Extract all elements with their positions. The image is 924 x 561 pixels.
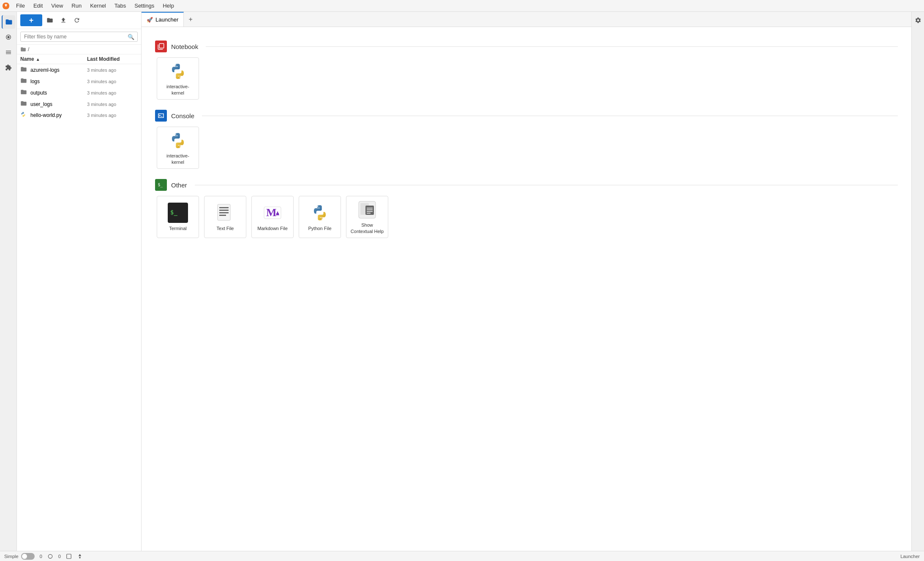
left-sidebar-icons — [0, 12, 17, 551]
text-file-label: Text File — [217, 225, 234, 231]
console-section-header: Console — [155, 110, 898, 122]
list-item[interactable]: logs 3 minutes ago — [17, 76, 141, 87]
file-list: azureml-logs 3 minutes ago logs 3 minute… — [17, 64, 141, 551]
upload-button[interactable] — [57, 14, 69, 26]
notebook-section-header: Notebook — [155, 41, 898, 52]
terminal-status-icon — [66, 553, 72, 559]
launcher-tab-icon: 🚀 — [147, 17, 153, 23]
kernel-status-icon — [47, 553, 53, 559]
console-interactive-kernel-card[interactable]: interactive-kernel — [157, 127, 199, 169]
files-panel-button[interactable] — [2, 15, 15, 29]
console-section-title: Console — [171, 112, 194, 119]
kernel-count: 0 — [40, 554, 42, 559]
python-notebook-icon — [168, 61, 188, 81]
file-item-name: logs — [30, 79, 87, 84]
file-item-name: user_logs — [30, 101, 87, 107]
notebook-divider — [206, 46, 898, 47]
breadcrumb: / — [17, 45, 141, 54]
svg-point-17 — [322, 219, 322, 220]
list-item[interactable]: hello-world.py 3 minutes ago — [17, 110, 141, 120]
commands-button[interactable] — [2, 46, 15, 59]
menubar: File Edit View Run Kernel Tabs Settings … — [0, 0, 924, 12]
toggle-knob — [22, 554, 27, 559]
console-cards-row: interactive-kernel — [155, 127, 898, 169]
svg-point-4 — [175, 134, 176, 135]
main-layout: + 🔍 / Name ▲ — [0, 12, 924, 551]
file-item-modified: 3 minutes ago — [87, 68, 138, 73]
console-section-icon — [155, 110, 167, 122]
list-item[interactable]: outputs 3 minutes ago — [17, 87, 141, 98]
svg-text:$_: $_ — [158, 182, 163, 187]
other-section-icon: $_ — [155, 179, 167, 191]
file-item-name: outputs — [30, 90, 87, 96]
notebook-section-title: Notebook — [171, 43, 198, 50]
markdown-file-card[interactable]: M Markdown File — [251, 196, 294, 238]
folder-icon — [20, 77, 28, 85]
contextual-help-card[interactable]: Show Contextual Help — [346, 196, 388, 238]
other-divider — [195, 185, 898, 185]
file-item-name: hello-world.py — [30, 112, 87, 118]
menu-view[interactable]: View — [47, 1, 67, 10]
menu-edit[interactable]: Edit — [29, 1, 47, 10]
notebook-kernel-label: interactive-kernel — [166, 84, 189, 96]
terminal-label: Terminal — [169, 225, 187, 231]
toggle-switch-control[interactable] — [21, 553, 35, 560]
extensions-button[interactable] — [2, 61, 15, 74]
console-kernel-label: interactive-kernel — [166, 153, 189, 165]
python-console-icon — [168, 130, 188, 150]
new-launcher-button[interactable]: + — [20, 14, 42, 26]
text-file-card[interactable]: Text File — [204, 196, 246, 238]
menu-kernel[interactable]: Kernel — [86, 1, 110, 10]
refresh-button[interactable] — [71, 14, 83, 26]
status-bar: Simple 0 0 Launcher — [0, 551, 924, 561]
menu-settings[interactable]: Settings — [130, 1, 158, 10]
notebook-cards-row: interactive-kernel — [155, 57, 898, 100]
simple-mode-toggle[interactable]: Simple — [4, 553, 35, 560]
text-file-icon — [215, 203, 235, 223]
file-item-modified: 3 minutes ago — [87, 113, 138, 118]
property-inspector-button[interactable] — [913, 15, 923, 25]
sort-by-name[interactable]: Name ▲ — [20, 56, 87, 62]
other-cards-row: $_ Terminal — [155, 196, 898, 238]
sort-by-modified[interactable]: Last Modified — [87, 56, 138, 62]
menu-help[interactable]: Help — [158, 1, 178, 10]
file-item-modified: 3 minutes ago — [87, 90, 138, 95]
search-input[interactable] — [20, 32, 138, 42]
launcher-content: Notebook — [142, 27, 911, 551]
python-file-icon-card — [310, 203, 330, 223]
app-logo — [0, 0, 12, 12]
svg-point-2 — [175, 65, 176, 65]
notebook-interactive-kernel-card[interactable]: interactive-kernel — [157, 57, 199, 100]
sort-arrow-icon: ▲ — [36, 57, 40, 62]
new-folder-button[interactable] — [44, 14, 56, 26]
terminal-count: 0 — [58, 554, 61, 559]
menu-run[interactable]: Run — [67, 1, 86, 10]
search-icon: 🔍 — [128, 34, 134, 40]
notebook-section-icon — [155, 41, 167, 52]
svg-point-5 — [180, 146, 180, 147]
svg-point-3 — [180, 77, 180, 78]
file-panel-toolbar: + — [17, 12, 141, 29]
file-item-modified: 3 minutes ago — [87, 102, 138, 107]
svg-point-25 — [48, 554, 52, 558]
active-panel-label: Launcher — [900, 554, 920, 559]
python-icon — [20, 111, 28, 119]
markdown-file-icon: M — [262, 203, 283, 223]
list-item[interactable]: azureml-logs 3 minutes ago — [17, 64, 141, 76]
file-browser-panel: + 🔍 / Name ▲ — [17, 12, 142, 551]
new-tab-button[interactable]: + — [184, 12, 197, 27]
right-sidebar — [911, 12, 924, 551]
list-item[interactable]: user_logs 3 minutes ago — [17, 98, 141, 110]
file-search-area: 🔍 — [17, 29, 141, 45]
terminal-card[interactable]: $_ Terminal — [157, 196, 199, 238]
menu-file[interactable]: File — [12, 1, 29, 10]
folder-icon — [20, 66, 28, 74]
python-file-card[interactable]: Python File — [299, 196, 341, 238]
launcher-tab[interactable]: 🚀 Launcher — [142, 12, 184, 27]
running-sessions-button[interactable] — [2, 30, 15, 44]
svg-point-16 — [317, 206, 318, 207]
menu-tabs[interactable]: Tabs — [110, 1, 130, 10]
file-item-modified: 3 minutes ago — [87, 79, 138, 84]
svg-text:M: M — [266, 206, 277, 219]
other-section-title: Other — [171, 182, 187, 189]
